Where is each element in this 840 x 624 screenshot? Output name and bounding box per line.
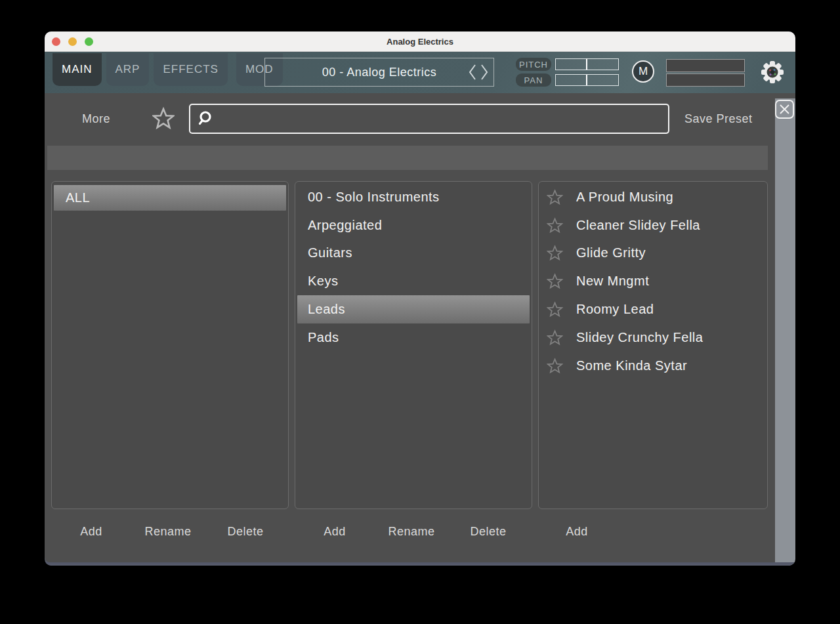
preset-item[interactable]: Slidey Crunchy Fella: [539, 323, 767, 352]
category-item[interactable]: Arpeggiated: [295, 211, 532, 239]
browser-close-button[interactable]: [775, 100, 794, 119]
next-preset-icon[interactable]: [479, 62, 490, 82]
preset-item[interactable]: Roomy Lead: [539, 295, 767, 323]
category-rename-button[interactable]: Rename: [388, 525, 434, 539]
category-add-button[interactable]: Add: [324, 525, 346, 539]
preset-item-label: Roomy Lead: [576, 302, 654, 317]
tab-arp[interactable]: ARP: [106, 53, 150, 86]
settings-gear-icon[interactable]: [758, 58, 787, 87]
category-item[interactable]: Keys: [295, 267, 532, 295]
midi-button[interactable]: M: [632, 60, 654, 83]
save-preset-button[interactable]: Save Preset: [684, 112, 753, 126]
favorite-star-icon[interactable]: [547, 273, 563, 289]
category-delete-button[interactable]: Delete: [470, 525, 506, 539]
bank-add-button[interactable]: Add: [80, 525, 102, 539]
desktop: { "window_title": "Analog Electrics", "t…: [0, 0, 840, 624]
favorite-star-icon[interactable]: [547, 217, 563, 234]
pan-slider-handle[interactable]: [586, 75, 587, 85]
search-bar[interactable]: [189, 104, 669, 134]
preset-add-button[interactable]: Add: [566, 525, 588, 539]
preset-item-label: A Proud Musing: [576, 190, 673, 205]
plugin-window: Analog Electrics MAIN ARP EFFECTS MOD 00…: [45, 31, 795, 566]
prev-preset-icon[interactable]: [467, 62, 478, 82]
side-scroll-strip[interactable]: [775, 98, 795, 566]
toolbar: MAIN ARP EFFECTS MOD 00 - Analog Electri…: [45, 52, 795, 93]
preset-name: 00 - Analog Electrics: [322, 66, 437, 79]
categories-column: 00 - Solo Instruments Arpeggiated Guitar…: [295, 181, 532, 509]
preset-browser: More Save Preset ALL 00 - Solo Instrumen…: [45, 93, 795, 562]
search-icon: [196, 110, 214, 128]
category-item-selected[interactable]: Leads: [297, 295, 530, 323]
favorite-star-icon[interactable]: [547, 329, 563, 346]
bank-delete-button[interactable]: Delete: [227, 525, 263, 539]
preset-item[interactable]: New Mngmt: [539, 267, 767, 295]
favorite-star-icon[interactable]: [547, 245, 563, 261]
bank-rename-button[interactable]: Rename: [144, 525, 191, 539]
close-icon: [778, 103, 791, 115]
output-meters: [666, 59, 745, 87]
pitch-label: PITCH: [516, 58, 551, 71]
favorite-star-icon[interactable]: [547, 189, 563, 205]
action-bar: Add Rename Delete Add Rename Delete Add: [45, 525, 795, 543]
preset-item-label: Glide Gritty: [576, 245, 646, 260]
presets-column: A Proud Musing Cleaner Slidey Fella Glid…: [538, 181, 768, 509]
more-button[interactable]: More: [82, 112, 110, 126]
tag-bar: [47, 146, 768, 170]
preset-item[interactable]: A Proud Musing: [539, 183, 767, 211]
favorite-star-icon[interactable]: [547, 358, 563, 374]
tab-bar: MAIN ARP EFFECTS MOD: [52, 53, 283, 86]
pitch-slider[interactable]: [555, 58, 619, 70]
category-item[interactable]: Pads: [295, 323, 532, 352]
meter-bar-bottom: [666, 73, 745, 87]
window-bottom-edge: [45, 562, 795, 566]
preset-display[interactable]: 00 - Analog Electrics: [264, 58, 494, 87]
preset-item[interactable]: Some Kinda Sytar: [539, 352, 767, 380]
preset-item-label: Cleaner Slidey Fella: [576, 218, 700, 233]
preset-item[interactable]: Cleaner Slidey Fella: [539, 211, 767, 239]
pan-slider[interactable]: [555, 74, 619, 86]
favorite-star-icon[interactable]: [547, 301, 563, 318]
preset-item-label: Slidey Crunchy Fella: [576, 330, 703, 345]
titlebar: Analog Electrics: [45, 31, 795, 52]
pan-label: PAN: [516, 73, 551, 87]
bank-item-all[interactable]: ALL: [54, 185, 286, 211]
pitch-slider-handle[interactable]: [586, 59, 587, 70]
preset-item[interactable]: Glide Gritty: [539, 239, 767, 268]
tab-main[interactable]: MAIN: [52, 53, 102, 86]
preset-item-label: Some Kinda Sytar: [576, 358, 687, 373]
meter-bar-top: [666, 59, 745, 72]
favorites-star-icon[interactable]: [152, 107, 175, 131]
window-title: Analog Electrics: [45, 31, 795, 52]
search-input[interactable]: [218, 112, 668, 127]
banks-column: ALL: [51, 181, 289, 509]
category-item[interactable]: Guitars: [295, 239, 532, 268]
preset-nav: [467, 62, 490, 82]
tab-effects[interactable]: EFFECTS: [154, 53, 227, 86]
preset-item-label: New Mngmt: [576, 274, 649, 289]
category-item[interactable]: 00 - Solo Instruments: [295, 183, 532, 211]
